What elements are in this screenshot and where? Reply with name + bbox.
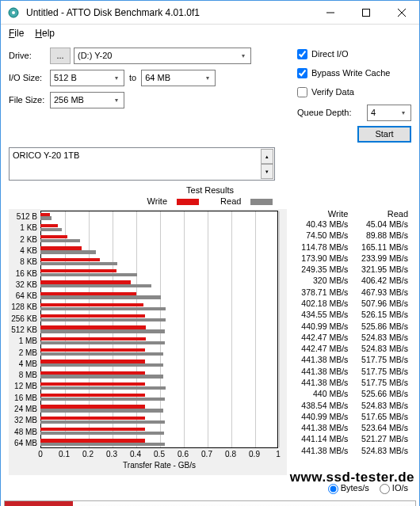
- spin-down-button[interactable]: ▾: [261, 164, 273, 179]
- queuedepth-combo[interactable]: 4 ▾: [367, 105, 411, 121]
- table-row: 442.47 MB/s524.83 MB/s: [292, 332, 411, 343]
- spin-up-button[interactable]: ▴: [261, 149, 273, 164]
- x-axis-title: Transfer Rate - GB/s: [40, 461, 278, 470]
- table-row: 441.38 MB/s517.75 MB/s: [292, 354, 411, 365]
- table-row: 442.47 MB/s524.83 MB/s: [292, 343, 411, 354]
- menu-help[interactable]: Help: [30, 26, 59, 40]
- table-row: 173.90 MB/s233.99 MB/s: [292, 253, 411, 264]
- close-button[interactable]: [384, 1, 419, 25]
- results-chart: 512 B1 KB2 KB4 KB8 KB16 KB32 KB64 KB128 …: [9, 209, 287, 475]
- table-row: 434.55 MB/s526.15 MB/s: [292, 309, 411, 320]
- results-table: Write Read 40.43 MB/s45.04 MB/s74.50 MB/…: [292, 209, 411, 475]
- table-row: 440.99 MB/s525.86 MB/s: [292, 321, 411, 332]
- col-read: Read: [351, 209, 411, 219]
- verify-checkbox[interactable]: Verify Data: [297, 85, 411, 99]
- svg-rect-3: [362, 9, 369, 16]
- table-row: 440 MB/s525.66 MB/s: [292, 388, 411, 399]
- start-button[interactable]: Start: [357, 126, 411, 143]
- drive-label: Drive:: [9, 51, 50, 60]
- device-textbox[interactable]: ORICO Y-20 1TB ▴ ▾: [9, 147, 275, 181]
- table-row: 402.18 MB/s507.96 MB/s: [292, 298, 411, 309]
- svg-point-1: [12, 11, 15, 14]
- table-row: 441.14 MB/s521.27 MB/s: [292, 433, 411, 444]
- table-row: 441.38 MB/s517.75 MB/s: [292, 366, 411, 377]
- filesize-combo[interactable]: 256 MB ▾: [50, 92, 124, 108]
- minimize-button[interactable]: [312, 1, 348, 25]
- maximize-button[interactable]: [348, 1, 384, 25]
- table-row: 114.78 MB/s165.11 MB/s: [292, 242, 411, 253]
- chevron-down-icon: ▾: [201, 72, 213, 84]
- table-row: 440.99 MB/s517.65 MB/s: [292, 411, 411, 422]
- table-row: 378.71 MB/s467.93 MB/s: [292, 287, 411, 298]
- chevron-down-icon: ▾: [397, 107, 409, 119]
- app-icon: [6, 5, 21, 21]
- watermark: www.ssd-tester.de: [290, 470, 414, 485]
- filesize-label: File Size:: [9, 95, 50, 105]
- atto-logo: ATTO: [5, 501, 73, 506]
- table-row: 249.35 MB/s321.95 MB/s: [292, 264, 411, 275]
- chevron-down-icon: ▾: [237, 50, 249, 62]
- iosize-to-combo[interactable]: 64 MB ▾: [141, 70, 216, 86]
- table-row: 74.50 MB/s89.88 MB/s: [292, 230, 411, 241]
- table-row: 438.54 MB/s524.83 MB/s: [292, 400, 411, 411]
- table-row: 320 MB/s406.42 MB/s: [292, 275, 411, 286]
- window-title: Untitled - ATTO Disk Benchmark 4.01.0f1: [26, 7, 312, 18]
- directio-checkbox[interactable]: Direct I/O: [297, 47, 411, 61]
- queuedepth-label: Queue Depth:: [297, 108, 367, 117]
- chevron-down-icon: ▾: [110, 94, 122, 106]
- chart-legend: Write Read: [1, 196, 419, 206]
- table-row: 441.38 MB/s517.75 MB/s: [292, 377, 411, 388]
- footer-banner: ATTO Storage and Network Connectivity Ex…: [4, 500, 416, 506]
- drive-combo[interactable]: (D:) Y-20 ▾: [74, 48, 251, 64]
- table-row: 40.43 MB/s45.04 MB/s: [292, 219, 411, 230]
- menu-file[interactable]: File: [4, 26, 29, 40]
- col-write: Write: [292, 209, 352, 219]
- chevron-down-icon: ▾: [110, 72, 122, 84]
- iosize-label: I/O Size:: [9, 73, 50, 82]
- results-header: Test Results: [1, 185, 419, 195]
- table-row: 441.38 MB/s524.83 MB/s: [292, 445, 411, 456]
- drive-browse-button[interactable]: ...: [50, 48, 71, 64]
- title-bar: Untitled - ATTO Disk Benchmark 4.01.0f1: [1, 1, 419, 25]
- to-label: to: [129, 73, 136, 82]
- table-row: 441.38 MB/s523.64 MB/s: [292, 422, 411, 433]
- bypass-checkbox[interactable]: Bypass Write Cache: [297, 66, 411, 80]
- menu-bar: File Help: [1, 25, 419, 42]
- iosize-from-combo[interactable]: 512 B ▾: [50, 70, 124, 86]
- drive-value: (D:) Y-20: [78, 51, 112, 60]
